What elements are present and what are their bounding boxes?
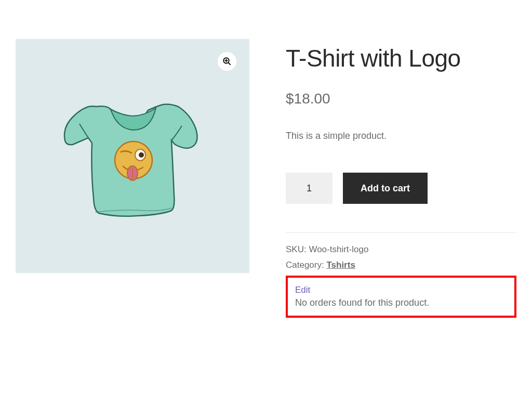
sku-value: Woo-tshirt-logo bbox=[309, 244, 368, 254]
quantity-input[interactable] bbox=[286, 173, 332, 204]
category-label: Category: bbox=[286, 260, 326, 270]
svg-point-6 bbox=[139, 152, 144, 158]
orders-note-text: No orders found for this product. bbox=[295, 297, 507, 308]
meta-divider bbox=[286, 232, 516, 233]
cart-form: Add to cart bbox=[286, 173, 516, 204]
product-price: $18.00 bbox=[286, 90, 516, 107]
svg-line-3 bbox=[229, 63, 231, 65]
category-line: Category: Tshirts bbox=[286, 260, 516, 270]
product-details-column: T-Shirt with Logo $18.00 This is a simpl… bbox=[286, 39, 516, 318]
product-image-column bbox=[16, 39, 249, 318]
product-image[interactable] bbox=[16, 39, 249, 273]
edit-link[interactable]: Edit bbox=[295, 285, 507, 295]
product-description: This is a simple product. bbox=[286, 131, 516, 141]
tshirt-illustration bbox=[55, 78, 210, 234]
product-container: T-Shirt with Logo $18.00 This is a simpl… bbox=[16, 39, 516, 318]
zoom-icon[interactable] bbox=[218, 52, 236, 71]
sku-label: SKU: bbox=[286, 244, 309, 254]
orders-note-highlight: Edit No orders found for this product. bbox=[286, 276, 516, 318]
product-title: T-Shirt with Logo bbox=[286, 44, 516, 72]
sku-line: SKU: Woo-tshirt-logo bbox=[286, 244, 516, 255]
category-link[interactable]: Tshirts bbox=[326, 260, 355, 270]
add-to-cart-button[interactable]: Add to cart bbox=[343, 173, 428, 204]
